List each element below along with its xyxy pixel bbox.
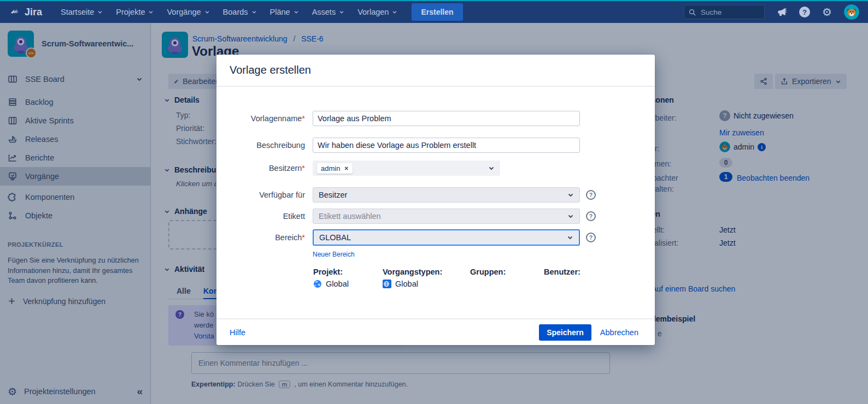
chevron-down-icon bbox=[204, 9, 210, 15]
gear-icon[interactable]: ⚙ bbox=[822, 7, 832, 17]
owners-multiselect[interactable]: admin ✕ bbox=[313, 161, 500, 176]
nav-right-cluster: ? ⚙ bbox=[684, 4, 859, 20]
preview-users-label: Benutzer: bbox=[544, 268, 580, 276]
chevron-down-icon bbox=[567, 192, 574, 198]
globe-icon bbox=[313, 280, 322, 288]
chevron-down-icon bbox=[567, 234, 573, 241]
chevron-down-icon bbox=[567, 213, 574, 219]
announcements-icon[interactable] bbox=[777, 7, 787, 17]
preview-project-label: Projekt: bbox=[313, 268, 343, 276]
dialog-header-divider bbox=[216, 86, 655, 87]
search-box bbox=[684, 5, 765, 19]
required-asterisk: * bbox=[302, 233, 305, 242]
create-button[interactable]: Erstellen bbox=[412, 3, 462, 21]
help-icon[interactable]: ? bbox=[586, 211, 596, 221]
owners-label: Besitzern* bbox=[216, 164, 305, 173]
jira-logo-text: Jira bbox=[25, 7, 42, 18]
chevron-down-icon bbox=[97, 9, 103, 15]
scope-label: Bereich* bbox=[216, 233, 305, 242]
chevron-down-icon bbox=[392, 9, 397, 15]
label-label: Etikett bbox=[216, 212, 305, 221]
dialog-footer: Hilfe Speichern Abbrechen bbox=[216, 318, 655, 345]
dog-avatar-icon bbox=[844, 4, 859, 20]
jira-logo[interactable]: Jira bbox=[9, 6, 42, 18]
issuetype-globe-icon bbox=[383, 280, 391, 288]
template-description-label: Beschreibung bbox=[216, 141, 305, 150]
remove-tag-icon[interactable]: ✕ bbox=[344, 165, 348, 171]
jira-logo-icon bbox=[9, 6, 21, 18]
nav-item-boards[interactable]: Boards bbox=[223, 8, 257, 16]
nav-item-plaene[interactable]: Pläne bbox=[270, 8, 299, 16]
chevron-down-icon bbox=[294, 9, 299, 15]
nav-item-startseite[interactable]: Startseite bbox=[61, 8, 103, 16]
owner-tag: admin ✕ bbox=[317, 163, 353, 174]
cancel-link[interactable]: Abbrechen bbox=[600, 328, 638, 337]
chevron-down-icon bbox=[251, 9, 257, 15]
preview-issuetypes-label: Vorgangstypen: bbox=[383, 268, 442, 276]
preview-groups-label: Gruppen: bbox=[470, 268, 506, 276]
template-description-input[interactable] bbox=[313, 138, 580, 153]
required-asterisk: * bbox=[302, 114, 305, 123]
available-for-select[interactable]: Besitzer bbox=[313, 187, 580, 203]
chevron-down-icon bbox=[148, 9, 154, 15]
preview-issuetypes-value: Global bbox=[383, 280, 418, 288]
help-link[interactable]: Hilfe bbox=[230, 328, 245, 337]
help-icon[interactable]: ? bbox=[586, 233, 596, 242]
dialog-title: Vorlage erstellen bbox=[230, 64, 311, 76]
top-navigation: Jira Startseite Projekte Vorgänge Boards… bbox=[0, 0, 868, 23]
nav-item-vorlagen[interactable]: Vorlagen bbox=[357, 8, 397, 16]
jira-app-window: Jira Startseite Projekte Vorgänge Boards… bbox=[0, 0, 868, 404]
chevron-down-icon bbox=[339, 9, 344, 15]
preview-project-value: Global bbox=[313, 280, 349, 288]
help-icon[interactable]: ? bbox=[586, 190, 596, 200]
save-button[interactable]: Speichern bbox=[539, 324, 591, 341]
user-avatar[interactable] bbox=[844, 4, 859, 20]
nav-item-vorgaenge[interactable]: Vorgänge bbox=[167, 8, 209, 16]
help-icon[interactable]: ? bbox=[799, 7, 810, 17]
scope-select[interactable]: GLOBAL bbox=[313, 229, 580, 246]
nav-item-projekte[interactable]: Projekte bbox=[116, 8, 154, 16]
required-asterisk: * bbox=[302, 164, 305, 173]
chevron-down-icon[interactable] bbox=[488, 165, 495, 171]
new-scope-link[interactable]: Neuer Bereich bbox=[313, 251, 355, 258]
nav-item-assets[interactable]: Assets bbox=[312, 8, 345, 16]
template-name-label: Vorlagenname* bbox=[216, 114, 305, 123]
create-template-dialog: Vorlage erstellen Vorlagenname* Beschrei… bbox=[216, 55, 655, 345]
search-icon bbox=[688, 8, 696, 16]
template-name-input[interactable] bbox=[313, 111, 580, 126]
label-select[interactable]: Etikett auswählen bbox=[313, 209, 580, 224]
available-for-label: Verfügbar für bbox=[216, 191, 305, 199]
